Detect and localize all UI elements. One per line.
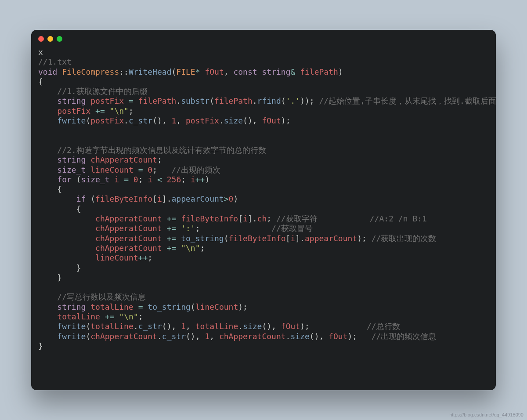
zoom-icon[interactable]: [57, 36, 62, 42]
kw-void: void: [38, 67, 57, 76]
fn-writehead: WriteHead: [129, 67, 172, 76]
comment: //写总行数以及频次信息: [57, 292, 146, 301]
window-titlebar: [31, 30, 496, 47]
watermark: https://blog.csdn.net/qq_44918090: [449, 412, 523, 417]
close-icon[interactable]: [38, 36, 44, 42]
comment: //起始位置,子串长度，从末尾找，找到.截取后面的子串: [319, 96, 496, 105]
comment: //1.txt: [38, 57, 72, 66]
comment: //1.获取源文件中的后缀: [57, 87, 147, 96]
minimize-icon[interactable]: [47, 36, 53, 42]
text-x: x: [38, 47, 43, 57]
class-name: FileCompress: [62, 67, 119, 76]
type-file: FILE: [176, 67, 195, 76]
comment: //出现的频次: [172, 165, 221, 174]
code-block: x //1.txt void FileCompress::WriteHead(F…: [31, 47, 496, 358]
code-window: x //1.txt void FileCompress::WriteHead(F…: [31, 30, 496, 390]
comment: //2.构造字节出现的频次信息以及统计有效字节的总的行数: [57, 145, 266, 155]
